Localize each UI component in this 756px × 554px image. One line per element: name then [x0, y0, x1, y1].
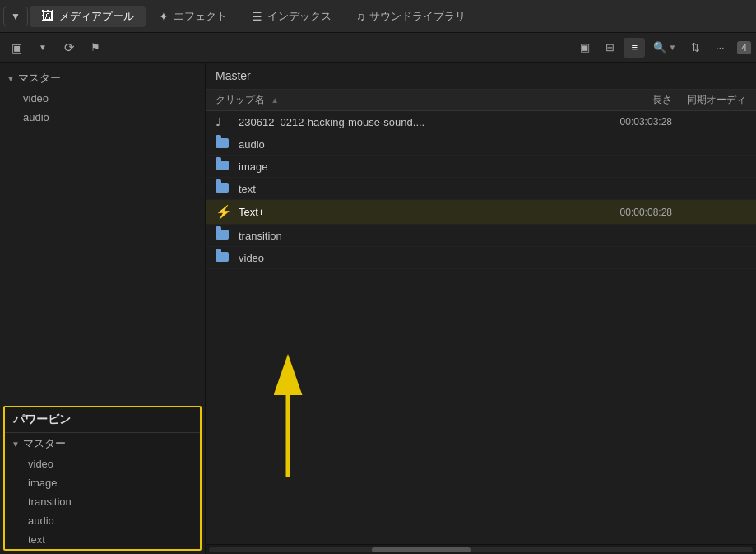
single-view-icon: ▣	[580, 41, 590, 54]
powerbin-item-text[interactable]: text	[5, 530, 200, 549]
powerbin-image-label: image	[28, 477, 57, 489]
nav-index[interactable]: ☰ インデックス	[240, 6, 343, 27]
powerbin-panel: パワービン ▼ マスター video image transition audi…	[3, 406, 202, 551]
col-sync-header: 同期オーディ	[672, 93, 746, 107]
nav-soundlib[interactable]: ♫ サウンドライブラリ	[345, 6, 478, 27]
row-clip-name: 230612_0212-hacking-mouse-sound....	[239, 116, 590, 128]
content-header: Master	[206, 63, 756, 90]
toolbar: ▣ ▼ ⟳ ⚑ ▣ ⊞ ≡ 🔍 ▼ ⇅ ··· 4	[0, 33, 756, 63]
effect-icon: ✦	[159, 10, 169, 23]
folder-icon	[216, 229, 232, 242]
sync-button[interactable]: ⟳	[58, 36, 81, 59]
powerbin-item-transition[interactable]: transition	[5, 492, 200, 511]
chevron-down-icon: ▼	[39, 43, 47, 52]
powerbin-title: パワービン	[5, 407, 200, 433]
row-length: 00:00:08:28	[590, 207, 672, 218]
powerbin-item-video[interactable]: video	[5, 454, 200, 473]
row-folder-name: transition	[239, 230, 590, 242]
folder-icon	[216, 160, 232, 173]
sync-icon: ⟳	[64, 40, 75, 55]
nav-effect[interactable]: ✦ エフェクト	[147, 6, 239, 27]
powerbin-transition-label: transition	[28, 496, 72, 508]
sort-icon: ⇅	[691, 41, 700, 54]
row-folder-name: image	[239, 161, 590, 173]
powerbin-master-label: マスター	[23, 436, 66, 451]
powerbin-audio-label: audio	[28, 514, 54, 527]
folder-icon	[216, 137, 232, 151]
sidebar-video-label: video	[23, 92, 49, 105]
sidebar-master-section[interactable]: ▼ マスター	[0, 68, 205, 89]
sidebar-item-audio[interactable]: audio	[0, 108, 205, 127]
powerbin-item-audio[interactable]: audio	[5, 511, 200, 530]
row-folder-name: audio	[239, 138, 590, 151]
index-icon: ☰	[252, 10, 262, 23]
folder-icon	[216, 251, 232, 264]
powerbin-video-label: video	[28, 458, 53, 470]
powerbin-master-section[interactable]: ▼ マスター	[5, 433, 200, 454]
col-sort-icon: ▲	[271, 95, 279, 105]
chevron-down-icon: ▼	[12, 440, 20, 449]
table-row[interactable]: transition	[206, 225, 756, 247]
view-single-button[interactable]: ▣	[574, 38, 596, 58]
col-name-label: クリップ名	[216, 94, 265, 105]
col-length-header: 長さ	[590, 93, 672, 107]
content-table: クリップ名 ▲ 長さ 同期オーディ ♩ 230612_0212-hacking-…	[206, 90, 756, 544]
more-button[interactable]: ···	[709, 38, 730, 58]
clip-count-badge: 4	[737, 41, 751, 54]
audio-file-icon: ♩	[216, 115, 232, 128]
list-view-icon: ≡	[632, 41, 638, 54]
more-icon: ···	[716, 41, 725, 54]
folder-icon	[216, 182, 232, 195]
sidebar-master-label: マスター	[18, 71, 61, 86]
workspace-dropdown[interactable]: ▼	[3, 7, 28, 26]
soundlib-label: サウンドライブラリ	[369, 9, 466, 24]
row-folder-name: video	[239, 252, 590, 264]
table-row[interactable]: video	[206, 247, 756, 269]
table-row[interactable]: text	[206, 178, 756, 200]
scrollbar-thumb[interactable]	[372, 547, 471, 552]
flag-icon: ⚑	[90, 41, 100, 54]
mediapull-label: メディアプール	[59, 9, 134, 24]
table-row[interactable]: image	[206, 156, 756, 178]
powerbin-item-image[interactable]: image	[5, 473, 200, 492]
table-row[interactable]: audio	[206, 133, 756, 156]
panel-icon: ▣	[12, 41, 22, 54]
search-icon: 🔍	[653, 41, 666, 54]
table-header: クリップ名 ▲ 長さ 同期オーディ	[206, 90, 756, 111]
table-row[interactable]: ♩ 230612_0212-hacking-mouse-sound.... 00…	[206, 111, 756, 133]
scrollbar-track	[209, 547, 753, 552]
sort-button[interactable]: ⇅	[684, 38, 706, 58]
row-folder-name: text	[239, 183, 590, 195]
horizontal-scrollbar[interactable]	[206, 544, 756, 554]
mediapull-icon: 🖼	[41, 9, 54, 24]
soundlib-icon: ♫	[356, 10, 365, 23]
search-chevron-icon: ▼	[668, 43, 676, 52]
search-button[interactable]: 🔍 ▼	[648, 40, 681, 55]
view-list-button[interactable]: ≡	[624, 38, 645, 58]
table-row-textplus[interactable]: ⚡ Text+ 00:00:08:28	[206, 200, 756, 225]
view-grid-button[interactable]: ⊞	[599, 38, 620, 58]
sidebar-item-video[interactable]: video	[0, 89, 205, 108]
powerbin-text-label: text	[28, 533, 45, 546]
panel-layout-button[interactable]: ▣	[5, 36, 28, 59]
panel-dropdown-button[interactable]: ▼	[31, 36, 54, 59]
chevron-down-icon: ▼	[11, 11, 21, 22]
sidebar: ▼ マスター video audio パワービン ▼ マスター video im…	[0, 63, 206, 554]
sidebar-audio-label: audio	[23, 111, 49, 123]
flag-button[interactable]: ⚑	[84, 36, 107, 59]
index-label: インデックス	[267, 9, 332, 24]
row-length: 00:03:03:28	[590, 116, 672, 128]
lightning-icon: ⚡	[216, 204, 232, 220]
col-name-header: クリップ名 ▲	[216, 93, 590, 107]
nav-mediapull[interactable]: 🖼 メディアプール	[30, 6, 146, 27]
chevron-down-icon: ▼	[7, 74, 15, 83]
row-textplus-name: Text+	[239, 206, 590, 218]
sidebar-top: ▼ マスター video audio	[0, 63, 205, 403]
effect-label: エフェクト	[174, 9, 227, 24]
grid-view-icon: ⊞	[605, 41, 615, 54]
top-nav: ▼ 🖼 メディアプール ✦ エフェクト ☰ インデックス ♫ サウンドライブラリ	[0, 0, 756, 33]
content-area: Master クリップ名 ▲ 長さ 同期オーディ ♩ 230612_0212-h…	[206, 63, 756, 554]
main-layout: ▼ マスター video audio パワービン ▼ マスター video im…	[0, 63, 756, 554]
